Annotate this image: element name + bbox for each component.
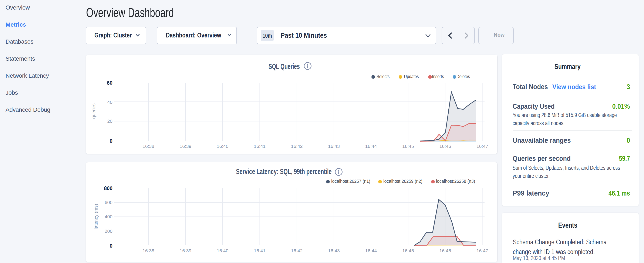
svg-text:16:41: 16:41 xyxy=(254,144,266,149)
svg-text:16:44: 16:44 xyxy=(365,144,377,149)
svg-text:16:45: 16:45 xyxy=(402,248,414,253)
svg-text:16:45: 16:45 xyxy=(402,144,414,149)
svg-text:16:46: 16:46 xyxy=(439,144,451,149)
svg-text:16:40: 16:40 xyxy=(217,248,228,253)
svg-text:16:44: 16:44 xyxy=(365,248,377,253)
svg-text:600: 600 xyxy=(104,200,112,205)
svg-text:60: 60 xyxy=(107,80,112,86)
svg-text:0: 0 xyxy=(110,138,112,144)
svg-text:16:39: 16:39 xyxy=(180,144,191,149)
svg-text:queries: queries xyxy=(91,103,96,119)
svg-text:0: 0 xyxy=(110,243,112,249)
svg-text:16:42: 16:42 xyxy=(291,144,302,149)
svg-text:200: 200 xyxy=(104,228,112,234)
svg-text:16:38: 16:38 xyxy=(142,248,154,253)
svg-text:16:41: 16:41 xyxy=(254,248,266,253)
svg-text:16:43: 16:43 xyxy=(328,144,340,149)
svg-text:16:42: 16:42 xyxy=(291,248,302,253)
svg-text:16:38: 16:38 xyxy=(142,144,154,149)
svg-text:16:47: 16:47 xyxy=(476,144,488,149)
svg-text:16:40: 16:40 xyxy=(217,144,228,149)
svg-text:40: 40 xyxy=(107,100,112,105)
svg-text:16:43: 16:43 xyxy=(328,248,340,253)
svg-text:16:47: 16:47 xyxy=(476,248,488,253)
svg-text:20: 20 xyxy=(107,119,112,124)
svg-text:16:39: 16:39 xyxy=(180,248,191,253)
svg-text:800: 800 xyxy=(104,185,112,191)
svg-text:latency (ms): latency (ms) xyxy=(93,204,99,229)
svg-text:16:46: 16:46 xyxy=(439,248,451,253)
svg-text:400: 400 xyxy=(104,214,112,219)
